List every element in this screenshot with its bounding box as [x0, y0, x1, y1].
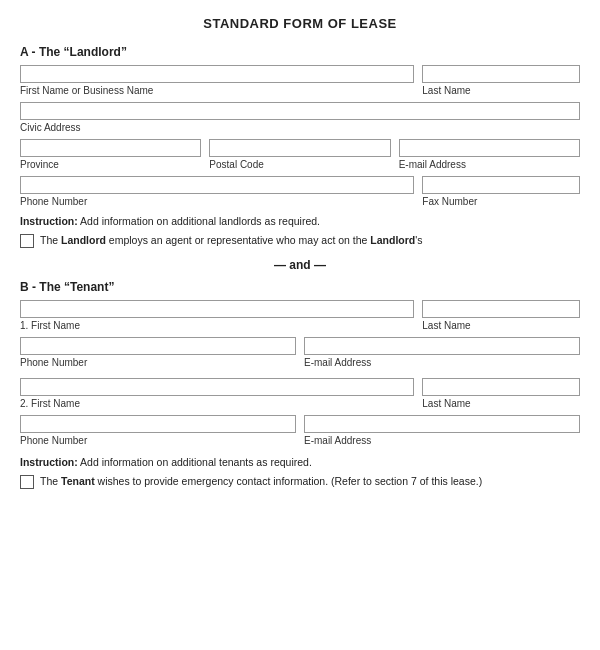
page-title: STANDARD FORM OF LEASE [20, 16, 580, 31]
landlord-last-name-input[interactable] [422, 65, 580, 83]
landlord-fax-label: Fax Number [422, 196, 580, 207]
landlord-agent-checkbox[interactable] [20, 234, 34, 248]
landlord-phone-input[interactable] [20, 176, 414, 194]
tenant1-phone-input[interactable] [20, 337, 296, 355]
tenant-emergency-text: The Tenant wishes to provide emergency c… [40, 474, 482, 489]
landlord-phone-label: Phone Number [20, 196, 414, 207]
tenant2-last-name-label: Last Name [422, 398, 580, 409]
tenant1-phone-label: Phone Number [20, 357, 296, 368]
tenant1-last-name-input[interactable] [422, 300, 580, 318]
landlord-agent-text: The Landlord employs an agent or represe… [40, 233, 423, 248]
landlord-last-name-label: Last Name [422, 85, 580, 96]
tenant1-email-label: E-mail Address [304, 357, 580, 368]
tenant-emergency-checkbox[interactable] [20, 475, 34, 489]
section-b-title: B - The “Tenant” [20, 280, 580, 294]
section-a-title: A - The “Landlord” [20, 45, 580, 59]
tenant1-last-name-label: Last Name [422, 320, 580, 331]
landlord-civic-address-label: Civic Address [20, 122, 580, 133]
tenant2-email-input[interactable] [304, 415, 580, 433]
tenant2-last-name-input[interactable] [422, 378, 580, 396]
landlord-postal-code-label: Postal Code [209, 159, 390, 170]
landlord-postal-code-input[interactable] [209, 139, 390, 157]
section-a-instruction: Instruction: Add information on addition… [20, 215, 580, 227]
landlord-fax-input[interactable] [422, 176, 580, 194]
landlord-civic-address-input[interactable] [20, 102, 580, 120]
landlord-email-label: E-mail Address [399, 159, 580, 170]
landlord-email-input[interactable] [399, 139, 580, 157]
separator: — and — [20, 258, 580, 272]
tenant1-first-name-label: 1. First Name [20, 320, 414, 331]
landlord-province-label: Province [20, 159, 201, 170]
landlord-first-name-input[interactable] [20, 65, 414, 83]
tenant2-first-name-input[interactable] [20, 378, 414, 396]
tenant2-first-name-label: 2. First Name [20, 398, 414, 409]
landlord-first-name-label: First Name or Business Name [20, 85, 414, 96]
tenant1-email-input[interactable] [304, 337, 580, 355]
tenant1-first-name-input[interactable] [20, 300, 414, 318]
tenant2-phone-input[interactable] [20, 415, 296, 433]
tenant2-phone-label: Phone Number [20, 435, 296, 446]
landlord-province-input[interactable] [20, 139, 201, 157]
section-b-instruction: Instruction: Add information on addition… [20, 456, 580, 468]
tenant2-email-label: E-mail Address [304, 435, 580, 446]
